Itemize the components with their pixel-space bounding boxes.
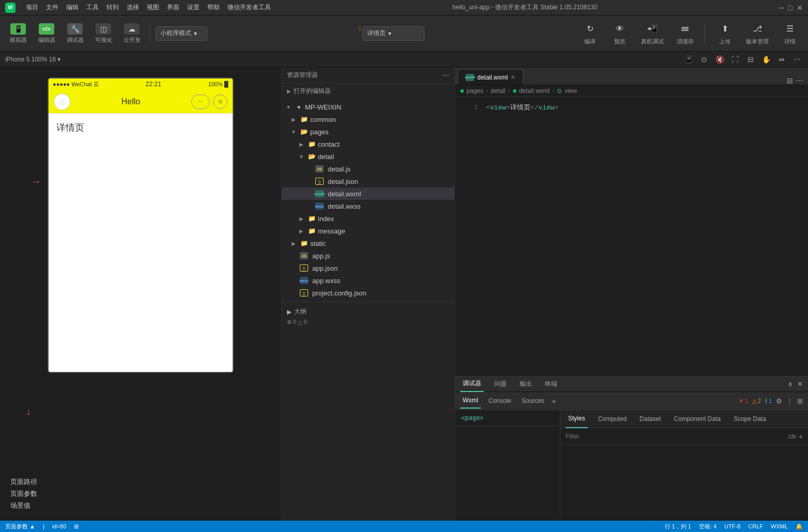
detail-js-file[interactable]: JS detail.js <box>282 163 454 175</box>
styles-filter-input[interactable] <box>566 433 784 440</box>
sources-tab[interactable]: Sources <box>519 393 547 409</box>
breadcrumb-view[interactable]: view <box>565 87 577 95</box>
styles-tab-styles[interactable]: Styles <box>566 410 588 428</box>
upload-btn[interactable]: ⬆ 上传 <box>712 20 738 48</box>
debugger-close-icon[interactable]: ✕ <box>797 380 803 388</box>
split-editor-icon[interactable]: ⊟ <box>787 76 793 85</box>
close-button[interactable]: ✕ <box>797 4 803 12</box>
detail-btn[interactable]: ☰ 详情 <box>777 20 803 48</box>
more-icon[interactable]: ⋯ <box>791 54 803 65</box>
menu-help[interactable]: 帮助 <box>207 3 220 12</box>
phone-dots-btn[interactable]: ··· <box>191 95 210 109</box>
menu-goto[interactable]: 转到 <box>106 3 119 12</box>
menu-settings[interactable]: 设置 <box>187 3 200 12</box>
common-folder[interactable]: ▶ 📁 common <box>282 113 454 126</box>
debugger-btn[interactable]: 🔧 调试器 <box>62 21 88 46</box>
window-controls: ─ □ ✕ <box>779 4 803 12</box>
console-tab[interactable]: Console <box>486 393 514 409</box>
device-test-btn[interactable]: 📲 真机调试 <box>637 20 668 48</box>
split-icon[interactable]: ⊟ <box>745 54 756 65</box>
menu-select[interactable]: 选择 <box>127 3 139 12</box>
main-content: → ↓ ●●●●● WeChat ☰ 22:21 100% ▉ ⌂ Hello <box>0 67 808 521</box>
visual-btn[interactable]: ◫ 可视化 <box>90 21 116 46</box>
detail-wxml-file[interactable]: wxml detail.wxml <box>282 187 454 200</box>
code-area: 1 <view>详情页</view> <box>455 97 808 376</box>
styles-tab-component[interactable]: Component Data <box>671 410 723 428</box>
preview-btn[interactable]: 👁 预览 <box>607 20 633 48</box>
app-logo: W <box>5 3 16 13</box>
pages-folder[interactable]: ▼ 📂 pages <box>282 126 454 138</box>
fullscreen-icon[interactable]: ⛶ <box>729 54 741 65</box>
phone-back-btn[interactable]: ⌂ <box>54 93 70 110</box>
menu-file[interactable]: 文件 <box>46 3 58 12</box>
compile-btn[interactable]: ↻ 编译 <box>577 20 603 48</box>
maximize-button[interactable]: □ <box>788 4 792 12</box>
phone-icon[interactable]: 📱 <box>683 54 694 65</box>
menu-project[interactable]: 项目 <box>26 3 38 12</box>
editor-more-icon[interactable]: ⋯ <box>796 76 803 85</box>
detail-folder[interactable]: ▼ 📂 detail <box>282 150 454 163</box>
app-json-file[interactable]: {} app.json <box>282 262 454 274</box>
app-js-file[interactable]: JS app.js <box>282 249 454 262</box>
styles-tab-scope[interactable]: Scope Data <box>731 410 769 428</box>
menu-tools[interactable]: 工具 <box>86 3 99 12</box>
breadcrumb-pages[interactable]: pages <box>466 87 483 95</box>
outline-header[interactable]: ▶ 大纲 <box>287 305 449 319</box>
open-editors-header[interactable]: ▶ 打开的编辑器 <box>282 84 454 98</box>
file-tree-more-icon[interactable]: ⋯ <box>442 71 449 80</box>
volume-icon[interactable]: 🔇 <box>714 54 725 65</box>
styles-tab-dataset[interactable]: Dataset <box>637 410 663 428</box>
detail-wxml-tab[interactable]: wxml detail.wxml ✕ <box>458 69 523 85</box>
cloud-btn[interactable]: ☁ 云开发 <box>119 21 145 46</box>
debugger-tab-terminal[interactable]: 终端 <box>542 377 560 392</box>
debugger-tab-issues[interactable]: 问题 <box>492 377 509 392</box>
version-btn[interactable]: ⎇ 版本管理 <box>742 20 773 48</box>
clear-cache-btn[interactable]: 清缓存 <box>672 20 698 48</box>
menu-edit[interactable]: 编辑 <box>66 3 79 12</box>
phone-nav-title: Hello <box>74 97 187 106</box>
copy-icon[interactable]: ⊞ <box>797 397 803 405</box>
more-tabs-btn[interactable]: » <box>552 397 556 405</box>
phone-record-btn[interactable]: ⊙ <box>213 95 227 109</box>
file-tree-panel: 资源管理器 ⋯ ▶ 打开的编辑器 ▼ ● MP-WEIXIN ▶ 📁 commo… <box>282 67 455 521</box>
tab-close-btn[interactable]: ✕ <box>511 74 515 80</box>
styles-tab-computed[interactable]: Computed <box>596 410 629 428</box>
detail-wxss-file[interactable]: wxss detail.wxss <box>282 200 454 212</box>
menu-wechat-devtools[interactable]: 微信开发者工具 <box>227 3 271 12</box>
wxml-tab[interactable]: Wxml <box>460 393 481 409</box>
mode-dropdown[interactable]: 小程序模式 ▾ <box>156 26 207 41</box>
add-style-btn[interactable]: + <box>799 432 803 441</box>
debugger-tabs: 调试器 问题 输出 终端 ∧ ✕ <box>455 377 808 392</box>
breadcrumb-detail[interactable]: detail <box>491 87 506 95</box>
contact-folder[interactable]: ▶ 📁 contact <box>282 138 454 150</box>
mp-weixin-folder[interactable]: ▼ ● MP-WEIXIN <box>282 101 454 113</box>
status-bell-icon[interactable]: 🔔 <box>796 523 803 530</box>
debugger-tab-output[interactable]: 输出 <box>517 377 535 392</box>
open-editors-arrow: ▶ <box>287 88 291 94</box>
options-icon[interactable]: ⋮ <box>786 397 793 405</box>
dual-arrow-icon[interactable]: ⇔ <box>776 54 787 65</box>
detail-json-file[interactable]: {} detail.json <box>282 175 454 187</box>
phone-page-title: 详情页 <box>56 121 225 134</box>
message-folder[interactable]: ▶ 📁 message <box>282 225 454 237</box>
static-arrow: ▶ <box>289 241 298 246</box>
debugger-tab-main[interactable]: 调试器 <box>460 377 484 392</box>
static-folder[interactable]: ▶ 📁 static <box>282 237 454 249</box>
editor-btn[interactable]: </> 编辑器 <box>34 21 59 46</box>
hand-icon[interactable]: ✋ <box>760 54 772 65</box>
menu-interface[interactable]: 界面 <box>167 3 179 12</box>
debugger-collapse-icon[interactable]: ∧ <box>788 380 793 388</box>
status-id: id=80 <box>52 523 66 529</box>
rotate-icon[interactable]: ⊙ <box>698 54 710 65</box>
simulator-btn[interactable]: 📱 模拟器 <box>5 21 31 46</box>
phone-info[interactable]: iPhone 5 100% 16 ▾ <box>5 56 60 63</box>
breadcrumb-wxml[interactable]: detail.wxml <box>519 87 550 95</box>
minimize-button[interactable]: ─ <box>779 4 784 12</box>
detail-page-dropdown[interactable]: 详情页 ▾ <box>362 26 424 41</box>
app-wxss-file[interactable]: wxss app.wxss <box>282 274 454 287</box>
menu-view[interactable]: 视图 <box>147 3 159 12</box>
index-folder[interactable]: ▶ 📁 index <box>282 212 454 225</box>
project-config-file[interactable]: {} project.config.json <box>282 287 454 299</box>
settings-icon[interactable]: ⚙ <box>776 397 782 405</box>
status-copy-icon[interactable]: ⊞ <box>74 523 79 530</box>
